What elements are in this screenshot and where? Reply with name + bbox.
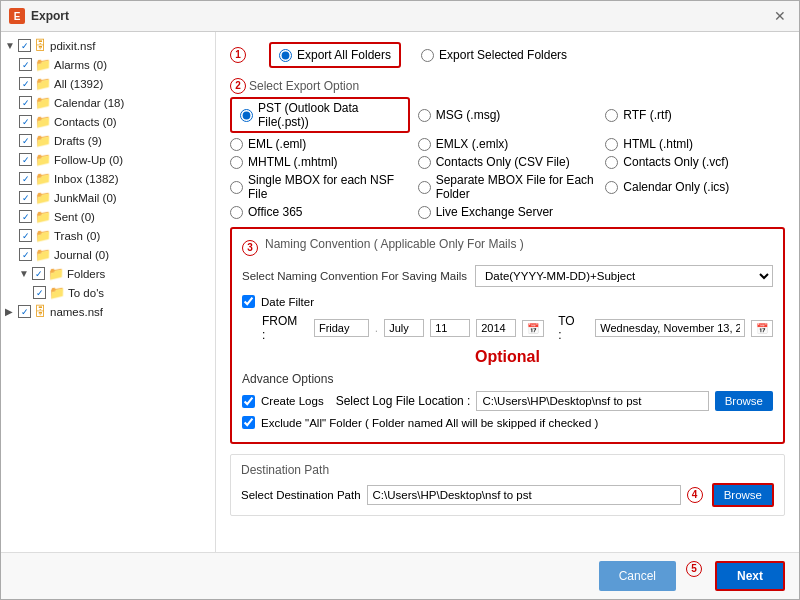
destination-section: Destination Path Select Destination Path…	[230, 454, 785, 516]
window-title: Export	[31, 9, 69, 23]
list-item[interactable]: 📁 Journal (0)	[15, 245, 215, 264]
rtf-option-label[interactable]: RTF (.rtf)	[605, 97, 785, 133]
item-checkbox[interactable]	[19, 248, 32, 261]
item-checkbox[interactable]	[19, 153, 32, 166]
cancel-button[interactable]: Cancel	[599, 561, 676, 591]
item-checkbox[interactable]	[19, 210, 32, 223]
export-selected-radio[interactable]	[421, 49, 434, 62]
destination-browse-button[interactable]: Browse	[712, 483, 774, 507]
from-year-field[interactable]	[476, 319, 516, 337]
mhtml-radio[interactable]	[230, 156, 243, 169]
export-all-radio[interactable]	[279, 49, 292, 62]
html-radio[interactable]	[605, 138, 618, 151]
from-calendar-button[interactable]: 📅	[522, 320, 544, 337]
eml-option-label[interactable]: EML (.eml)	[230, 137, 410, 151]
close-button[interactable]: ✕	[769, 6, 791, 26]
list-item[interactable]: 📁 Sent (0)	[15, 207, 215, 226]
from-date-field[interactable]	[430, 319, 470, 337]
emlx-option-label[interactable]: EMLX (.emlx)	[418, 137, 598, 151]
tree-children: 📁 Alarms (0) 📁 All (1392) 📁 Calendar (18…	[1, 55, 215, 302]
live-exchange-radio[interactable]	[418, 206, 431, 219]
item-checkbox[interactable]	[19, 229, 32, 242]
export-all-label[interactable]: Export All Folders	[279, 48, 391, 62]
vcf-option-label[interactable]: Contacts Only (.vcf)	[605, 155, 785, 169]
exclude-all-checkbox[interactable]	[242, 416, 255, 429]
item-checkbox[interactable]	[19, 172, 32, 185]
from-day-field[interactable]	[314, 319, 369, 337]
list-item[interactable]: 📁 All (1392)	[15, 74, 215, 93]
item-checkbox[interactable]	[19, 96, 32, 109]
destination-path-field[interactable]	[367, 485, 681, 505]
log-browse-button[interactable]: Browse	[715, 391, 773, 411]
create-logs-checkbox[interactable]	[242, 395, 255, 408]
tree-root[interactable]: ▼ 🗄 pdixit.nsf	[1, 36, 215, 55]
naming-convention-label: Select Naming Convention For Saving Mail…	[242, 270, 467, 282]
expand-arrow[interactable]: ▼	[19, 268, 29, 279]
export-selected-label[interactable]: Export Selected Folders	[421, 48, 567, 62]
ics-radio[interactable]	[605, 181, 618, 194]
destination-label: Select Destination Path	[241, 489, 361, 501]
mbox-sep-radio[interactable]	[418, 181, 431, 194]
list-item[interactable]: 📁 Follow-Up (0)	[15, 150, 215, 169]
create-logs-label: Create Logs	[261, 395, 324, 407]
list-item[interactable]: 📁 Alarms (0)	[15, 55, 215, 74]
list-item[interactable]: ▶ 🗄 names.nsf	[1, 302, 215, 321]
msg-radio[interactable]	[418, 109, 431, 122]
item-checkbox[interactable]	[19, 134, 32, 147]
item-checkbox[interactable]	[19, 191, 32, 204]
naming-convention-select[interactable]: Date(YYYY-MM-DD)+Subject	[475, 265, 773, 287]
list-item[interactable]: 📁 Trash (0)	[15, 226, 215, 245]
item-checkbox[interactable]	[19, 77, 32, 90]
list-item[interactable]: 📁 Drafts (9)	[15, 131, 215, 150]
to-date-field[interactable]	[595, 319, 745, 337]
msg-option-label[interactable]: MSG (.msg)	[418, 97, 598, 133]
step1-num: 1	[230, 47, 246, 63]
root-checkbox[interactable]	[18, 39, 31, 52]
list-item[interactable]: 📁 JunkMail (0)	[15, 188, 215, 207]
folder-icon: 📁	[35, 152, 51, 167]
pst-option-box: PST (Outlook Data File(.pst))	[230, 97, 410, 133]
csv-option-label[interactable]: Contacts Only (CSV File)	[418, 155, 598, 169]
mbox-sep-option-label[interactable]: Separate MBOX File for Each Folder	[418, 173, 598, 201]
emlx-radio[interactable]	[418, 138, 431, 151]
expand-arrow[interactable]: ▶	[5, 306, 15, 317]
item-label: To do's	[68, 287, 104, 299]
item-checkbox[interactable]	[33, 286, 46, 299]
pst-radio[interactable]	[240, 109, 253, 122]
office365-option-label[interactable]: Office 365	[230, 205, 410, 219]
from-month-field[interactable]	[384, 319, 424, 337]
step4-num: 4	[687, 487, 703, 503]
live-exchange-option-label[interactable]: Live Exchange Server	[418, 205, 598, 219]
expand-arrow[interactable]: ▼	[5, 40, 15, 51]
mbox-single-option-label[interactable]: Single MBOX for each NSF File	[230, 173, 410, 201]
list-item[interactable]: 📁 To do's	[29, 283, 215, 302]
list-item[interactable]: 📁 Inbox (1382)	[15, 169, 215, 188]
date-filter-checkbox[interactable]	[242, 295, 255, 308]
ics-text: Calendar Only (.ics)	[623, 180, 729, 194]
vcf-radio[interactable]	[605, 156, 618, 169]
pst-text: PST (Outlook Data File(.pst))	[258, 101, 400, 129]
mbox-single-radio[interactable]	[230, 181, 243, 194]
eml-radio[interactable]	[230, 138, 243, 151]
item-checkbox[interactable]	[18, 305, 31, 318]
folder-icon: 📁	[35, 228, 51, 243]
date-range-row: FROM : . 📅 TO : 📅	[262, 314, 773, 342]
list-item[interactable]: 📁 Calendar (18)	[15, 93, 215, 112]
list-item[interactable]: ▼ 📁 Folders	[15, 264, 215, 283]
rtf-radio[interactable]	[605, 109, 618, 122]
next-button[interactable]: Next	[715, 561, 785, 591]
item-checkbox[interactable]	[32, 267, 45, 280]
item-checkbox[interactable]	[19, 115, 32, 128]
html-option-label[interactable]: HTML (.html)	[605, 137, 785, 151]
office365-radio[interactable]	[230, 206, 243, 219]
to-calendar-button[interactable]: 📅	[751, 320, 773, 337]
export-options-grid: PST (Outlook Data File(.pst)) MSG (.msg)…	[230, 97, 785, 219]
live-exchange-text: Live Exchange Server	[436, 205, 553, 219]
log-path-field[interactable]	[476, 391, 708, 411]
mhtml-option-label[interactable]: MHTML (.mhtml)	[230, 155, 410, 169]
ics-option-label[interactable]: Calendar Only (.ics)	[605, 173, 785, 201]
pst-option-label[interactable]: PST (Outlook Data File(.pst))	[240, 101, 400, 129]
item-checkbox[interactable]	[19, 58, 32, 71]
list-item[interactable]: 📁 Contacts (0)	[15, 112, 215, 131]
csv-radio[interactable]	[418, 156, 431, 169]
